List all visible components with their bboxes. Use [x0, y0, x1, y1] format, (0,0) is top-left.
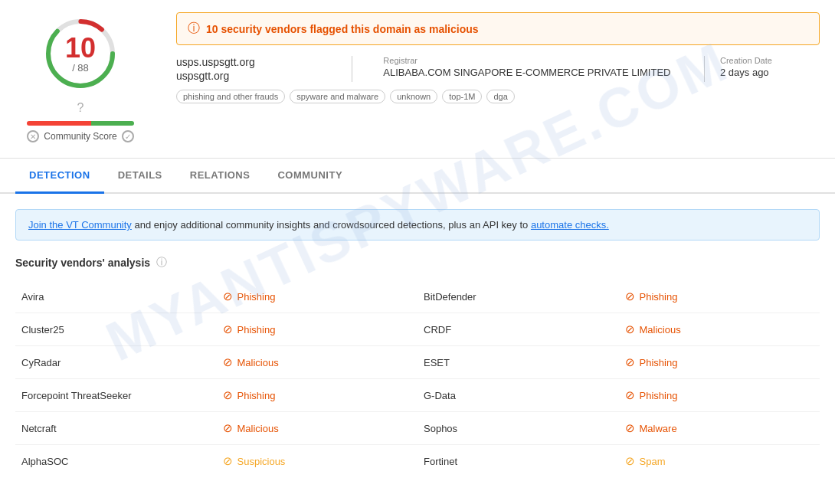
section-header: Security vendors' analysis ⓘ	[15, 256, 820, 270]
detection-result2: ⊘ Phishing	[625, 290, 814, 303]
vendor-result: ⊘ Malicious	[217, 346, 418, 378]
alert-icon: ⓘ	[188, 21, 200, 37]
community-score-text: Community Score	[44, 131, 116, 142]
score-total: / 88	[65, 62, 96, 74]
table-row: Forcepoint ThreatSeeker ⊘ Phishing G-Dat…	[15, 379, 820, 412]
detection-result2: ⊘ Malware	[625, 421, 814, 435]
detection-label2: Malicious	[640, 324, 681, 335]
vendor-result2: ⊘ Malware	[619, 412, 820, 444]
domain-primary: usps.uspsgtt.org	[176, 56, 321, 68]
detection-result2: ⊘ Phishing	[625, 388, 814, 402]
table-row: Cluster25 ⊘ Phishing CRDF ⊘ Malicious	[15, 313, 820, 346]
vendor-name2: G-Data	[418, 381, 619, 411]
detection-icon: ⊘	[223, 454, 233, 468]
top-section: 10 / 88 ? ✕ Community Score ✓ ⓘ 10 secur…	[0, 0, 835, 159]
domain-names: usps.uspsgtt.org uspsgtt.org	[176, 56, 336, 82]
tab-relations[interactable]: RELATIONS	[176, 159, 264, 194]
vendor-name2: BitDefender	[418, 282, 619, 312]
tag-item[interactable]: top-1M	[442, 90, 482, 103]
section-info-icon[interactable]: ⓘ	[156, 256, 167, 270]
alert-text: 10 security vendors flagged this domain …	[206, 23, 479, 35]
vendor-result: ⊘ Phishing	[217, 379, 418, 411]
join-vt-link[interactable]: Join the VT Community	[28, 219, 132, 231]
domain-divider	[352, 56, 352, 82]
detection-result: ⊘ Malicious	[223, 355, 412, 369]
vendor-name: Avira	[15, 282, 217, 312]
detection-label2: Phishing	[640, 357, 678, 368]
vendor-name: Cluster25	[15, 315, 217, 345]
score-panel: 10 / 88 ? ✕ Community Score ✓	[0, 0, 161, 158]
community-score-label: ✕ Community Score ✓	[27, 130, 133, 142]
table-row: Avira ⊘ Phishing BitDefender ⊘ Phishing	[15, 280, 820, 313]
detection-result: ⊘ Phishing	[223, 290, 412, 303]
tab-community[interactable]: COMMUNITY	[264, 159, 356, 194]
tabs-bar: DETECTIONDETAILSRELATIONSCOMMUNITY	[0, 159, 835, 194]
join-banner-middle: and enjoy additional community insights …	[132, 219, 531, 231]
registrar-label: Registrar	[383, 56, 673, 65]
domain-divider2	[704, 56, 705, 82]
tag-item[interactable]: spyware and malware	[290, 90, 385, 103]
detection-result: ⊘ Phishing	[223, 322, 412, 336]
tag-item[interactable]: phishing and other frauds	[176, 90, 285, 103]
vendor-name2: Fortinet	[418, 447, 619, 476]
detection-result: ⊘ Suspicious	[223, 454, 412, 468]
detection-icon2: ⊘	[625, 322, 635, 336]
detection-icon2: ⊘	[625, 355, 635, 369]
vendor-name: Netcraft	[15, 414, 217, 443]
vendor-name: Forcepoint ThreatSeeker	[15, 381, 217, 411]
community-score-bar	[27, 121, 134, 126]
vendor-result2: ⊘ Phishing	[619, 280, 820, 313]
detection-label2: Spam	[640, 456, 666, 467]
vendor-name: AlphaSOC	[15, 447, 217, 476]
vendor-result: ⊘ Suspicious	[217, 445, 418, 477]
main-content: Join the VT Community and enjoy addition…	[0, 194, 835, 493]
vendor-name2: CRDF	[418, 315, 619, 345]
community-score-negative-icon[interactable]: ✕	[27, 130, 39, 142]
detection-label2: Malware	[640, 423, 677, 434]
score-circle: 10 / 88	[42, 15, 119, 92]
detection-label: Phishing	[237, 324, 276, 335]
detection-icon: ⊘	[223, 290, 233, 303]
vendor-table: Avira ⊘ Phishing BitDefender ⊘ Phishing …	[15, 280, 820, 477]
vendor-result: ⊘ Phishing	[217, 280, 418, 313]
score-text: 10 / 88	[65, 34, 96, 74]
tag-item[interactable]: unknown	[390, 90, 437, 103]
detection-icon2: ⊘	[625, 454, 635, 468]
score-number: 10	[65, 34, 96, 62]
detection-label2: Phishing	[640, 291, 678, 303]
detection-label: Malicious	[237, 357, 279, 368]
community-score-positive-icon[interactable]: ✓	[122, 130, 134, 142]
detection-result: ⊘ Phishing	[223, 388, 412, 402]
detection-label: Malicious	[237, 423, 279, 434]
join-banner: Join the VT Community and enjoy addition…	[15, 209, 820, 241]
detection-result2: ⊘ Spam	[625, 454, 814, 468]
vendor-result2: ⊘ Spam	[619, 445, 820, 477]
detection-result2: ⊘ Phishing	[625, 355, 814, 369]
question-mark-icon[interactable]: ?	[77, 101, 84, 115]
vendor-result2: ⊘ Phishing	[619, 346, 820, 378]
vendor-name: CyRadar	[15, 348, 217, 378]
creation-section: Creation Date 2 days ago	[720, 56, 820, 78]
detection-icon: ⊘	[223, 421, 233, 435]
alert-banner: ⓘ 10 security vendors flagged this domai…	[176, 12, 820, 45]
tab-detection[interactable]: DETECTION	[15, 159, 104, 194]
vendor-result2: ⊘ Phishing	[619, 379, 820, 411]
detection-result2: ⊘ Malicious	[625, 322, 814, 336]
tab-details[interactable]: DETAILS	[104, 159, 176, 194]
detection-label: Suspicious	[237, 456, 286, 467]
section-title: Security vendors' analysis	[15, 257, 150, 269]
vendor-result: ⊘ Phishing	[217, 313, 418, 345]
table-row: AlphaSOC ⊘ Suspicious Fortinet ⊘ Spam	[15, 445, 820, 477]
creation-label: Creation Date	[720, 56, 820, 65]
info-panel: ⓘ 10 security vendors flagged this domai…	[161, 0, 835, 158]
creation-value: 2 days ago	[720, 67, 820, 78]
detection-label: Phishing	[237, 291, 276, 303]
detection-icon: ⊘	[223, 355, 233, 369]
tags-container: phishing and other fraudsspyware and mal…	[176, 90, 820, 103]
detection-label: Phishing	[237, 390, 276, 401]
detection-icon2: ⊘	[625, 290, 635, 303]
registrar-value: ALIBABA.COM SINGAPORE E-COMMERCE PRIVATE…	[383, 67, 673, 78]
detection-result: ⊘ Malicious	[223, 421, 412, 435]
tag-item[interactable]: dga	[486, 90, 514, 103]
automate-checks-link[interactable]: automate checks.	[531, 219, 609, 231]
